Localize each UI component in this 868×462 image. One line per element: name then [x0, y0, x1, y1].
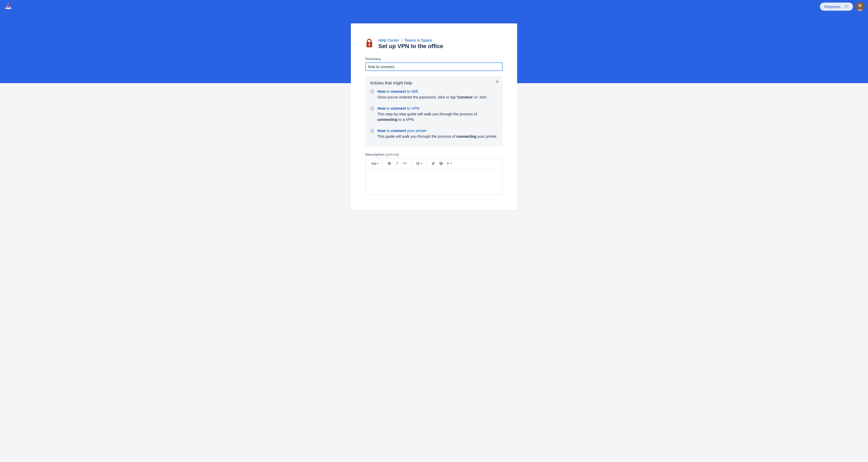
document-icon: [370, 106, 374, 122]
suggested-articles-panel: ✕ Articles that might help How to connec…: [365, 76, 503, 146]
article-item: How to connect to VPN This step-by-step …: [370, 106, 498, 122]
summary-input[interactable]: [365, 62, 503, 71]
article-title-link[interactable]: How to connect your printer: [377, 128, 498, 133]
breadcrumb-separator: /: [401, 38, 402, 42]
close-icon[interactable]: ✕: [496, 80, 499, 84]
article-title-link[interactable]: How to connect to Wifi: [377, 89, 498, 94]
page-title: Set up VPN to the office: [378, 43, 503, 50]
chevron-down-icon: ▾: [451, 162, 452, 165]
svg-point-22: [440, 163, 441, 164]
italic-button[interactable]: I: [394, 160, 401, 167]
editor-toolbar: Aa▾ B I ••• ▾: [366, 158, 502, 168]
breadcrumb-help-center[interactable]: Help Center: [378, 38, 399, 42]
lists-button[interactable]: ▾: [415, 160, 423, 167]
suggested-articles-title: Articles that might help: [370, 81, 498, 86]
breadcrumb-teams-in-space[interactable]: Teams in Space: [404, 38, 432, 42]
svg-rect-8: [369, 44, 370, 46]
document-icon: [370, 128, 374, 139]
topbar: Requests 7: [0, 0, 868, 13]
svg-point-5: [858, 4, 862, 7]
svg-rect-2: [6, 8, 7, 9]
description-textarea[interactable]: [366, 168, 502, 195]
lock-icon: [365, 38, 374, 50]
toolbar-separator: [411, 161, 412, 166]
article-snippet: This step-by-step guide will walk you th…: [377, 112, 498, 122]
insert-button[interactable]: +▾: [445, 160, 453, 167]
portal-logo[interactable]: [4, 2, 13, 11]
document-icon: [370, 89, 374, 100]
optional-hint: (optional): [385, 153, 399, 156]
avatar[interactable]: [856, 2, 864, 11]
description-label: Description (optional): [365, 153, 503, 156]
chevron-down-icon: ▾: [377, 162, 378, 165]
svg-point-15: [416, 162, 417, 162]
svg-point-17: [416, 164, 417, 164]
article-item: How to connect your printer This guide w…: [370, 128, 498, 139]
article-snippet: Once you've entered the password, click …: [377, 95, 498, 100]
summary-label: Summary: [365, 57, 503, 61]
svg-point-16: [416, 163, 417, 163]
svg-point-1: [8, 4, 9, 5]
description-editor: Aa▾ B I ••• ▾: [365, 158, 503, 195]
request-form-card: Help Center / Teams in Space Set up VPN …: [351, 23, 517, 211]
article-snippet: This guide will walk you through the pro…: [377, 134, 498, 139]
requests-button[interactable]: Requests 7: [820, 3, 853, 11]
svg-rect-3: [10, 8, 11, 9]
breadcrumb: Help Center / Teams in Space: [378, 38, 503, 42]
article-item: How to connect to Wifi Once you've enter…: [370, 89, 498, 100]
article-title-link[interactable]: How to connect to VPN: [377, 106, 498, 111]
more-formatting-button[interactable]: •••: [402, 160, 408, 167]
requests-label: Requests: [824, 4, 840, 9]
link-button[interactable]: [430, 160, 437, 167]
svg-point-21: [440, 162, 442, 165]
toolbar-separator: [382, 161, 383, 166]
text-styles-button[interactable]: Aa▾: [370, 160, 379, 167]
bold-button[interactable]: B: [386, 160, 393, 167]
requests-count-badge: 7: [843, 4, 849, 9]
chevron-down-icon: ▾: [421, 162, 422, 165]
mention-button[interactable]: [438, 160, 444, 167]
